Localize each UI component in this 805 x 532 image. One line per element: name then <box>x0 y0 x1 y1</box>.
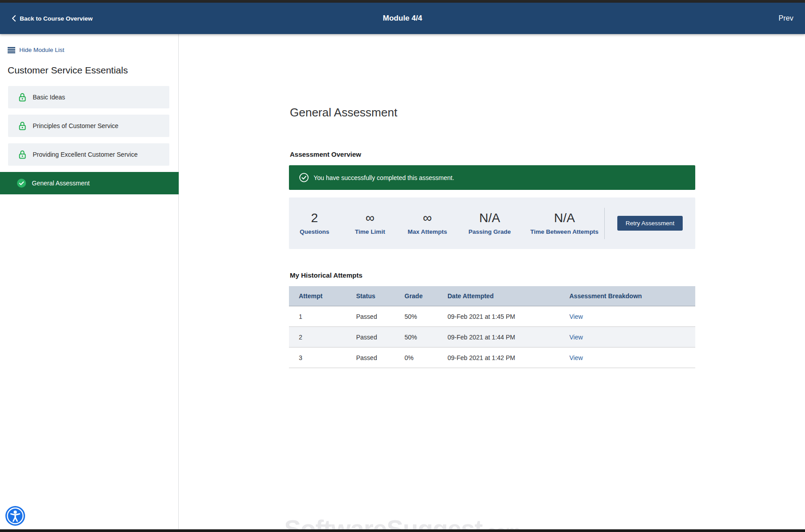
chevron-left-icon <box>12 15 16 21</box>
stat-label: Questions <box>289 228 340 235</box>
stat-label: Passing Grade <box>455 228 525 235</box>
module-item-label: Principles of Customer Service <box>33 122 118 129</box>
lock-open-icon <box>18 122 27 130</box>
column-header-status: Status <box>356 292 405 300</box>
assessment-stats-panel: 2 Questions ∞ Time Limit ∞ Max Attempts … <box>289 197 695 249</box>
stat-value: N/A <box>525 211 604 225</box>
hide-module-list-label: Hide Module List <box>19 47 65 53</box>
sidebar-item-principles[interactable]: Principles of Customer Service <box>8 115 169 137</box>
view-breakdown-link[interactable]: View <box>569 334 583 341</box>
stat-passing-grade: N/A Passing Grade <box>455 211 525 235</box>
table-row: 2 Passed 50% 09-Feb 2021 at 1:44 PM View <box>289 327 695 348</box>
course-title: Customer Service Essentials <box>8 65 178 76</box>
view-breakdown-link[interactable]: View <box>569 313 583 320</box>
stat-time-limit: ∞ Time Limit <box>340 211 400 235</box>
module-item-label: General Assessment <box>32 180 90 187</box>
accessibility-icon <box>5 506 26 526</box>
date-cell: 09-Feb 2021 at 1:45 PM <box>448 313 569 320</box>
stat-value: 2 <box>289 211 340 225</box>
check-circle-icon <box>17 179 26 188</box>
stat-value: ∞ <box>400 211 455 225</box>
view-breakdown-link[interactable]: View <box>569 354 583 361</box>
app-header: Back to Course Overview Module 4/4 Prev <box>0 3 805 34</box>
back-to-course-label: Back to Course Overview <box>20 15 93 22</box>
back-to-course-button[interactable]: Back to Course Overview <box>12 15 93 22</box>
stat-label: Time Limit <box>340 228 400 235</box>
grade-cell: 0% <box>405 354 448 361</box>
page-title: General Assessment <box>290 106 397 120</box>
column-header-assessment-breakdown: Assessment Breakdown <box>569 292 695 300</box>
attempts-table-header: Attempt Status Grade Date Attempted Asse… <box>289 286 695 306</box>
check-circle-outline-icon <box>299 173 309 182</box>
stat-label: Time Between Attempts <box>525 228 604 235</box>
stat-label: Max Attempts <box>400 228 455 235</box>
assessment-overview-heading: Assessment Overview <box>290 150 361 158</box>
window-bottom-strip <box>0 529 805 532</box>
success-banner-message: You have successfully completed this ass… <box>314 174 454 181</box>
stat-max-attempts: ∞ Max Attempts <box>400 211 455 235</box>
attempt-cell: 3 <box>289 354 356 361</box>
stat-value: ∞ <box>340 211 400 225</box>
stat-value: N/A <box>455 211 525 225</box>
status-cell: Passed <box>356 354 405 361</box>
attempts-table: Attempt Status Grade Date Attempted Asse… <box>289 286 695 368</box>
column-header-date-attempted: Date Attempted <box>448 292 569 300</box>
column-header-grade: Grade <box>405 292 448 300</box>
grade-cell: 50% <box>405 313 448 320</box>
module-item-label: Basic Ideas <box>33 94 65 101</box>
module-progress-title: Module 4/4 <box>383 14 422 23</box>
table-row: 3 Passed 0% 09-Feb 2021 at 1:42 PM View <box>289 348 695 368</box>
stat-questions: 2 Questions <box>289 211 340 235</box>
date-cell: 09-Feb 2021 at 1:44 PM <box>448 334 569 341</box>
module-item-label: Providing Excellent Customer Service <box>33 151 138 158</box>
main-content: General Assessment Assessment Overview Y… <box>179 34 805 529</box>
success-banner: You have successfully completed this ass… <box>289 165 695 190</box>
lock-open-icon <box>18 150 27 159</box>
status-cell: Passed <box>356 313 405 320</box>
column-header-attempt: Attempt <box>289 292 356 300</box>
stat-time-between-attempts: N/A Time Between Attempts <box>525 211 604 235</box>
sidebar-item-providing-excellent[interactable]: Providing Excellent Customer Service <box>8 143 169 166</box>
status-cell: Passed <box>356 334 405 341</box>
sidebar-item-basic-ideas[interactable]: Basic Ideas <box>8 86 169 108</box>
retry-assessment-button[interactable]: Retry Assessment <box>617 216 683 231</box>
lock-open-icon <box>18 93 27 102</box>
accessibility-widget-button[interactable] <box>5 506 26 526</box>
grade-cell: 50% <box>405 334 448 341</box>
hamburger-icon <box>8 47 15 53</box>
historical-attempts-heading: My Historical Attempts <box>290 271 362 279</box>
table-row: 1 Passed 50% 09-Feb 2021 at 1:45 PM View <box>289 306 695 327</box>
sidebar-item-general-assessment[interactable]: General Assessment <box>0 172 179 194</box>
hide-module-list-toggle[interactable]: Hide Module List <box>8 47 178 53</box>
date-cell: 09-Feb 2021 at 1:42 PM <box>448 354 569 361</box>
module-sidebar: Hide Module List Customer Service Essent… <box>0 34 179 529</box>
module-list: Basic Ideas Principles of Customer Servi… <box>0 86 178 194</box>
retry-button-area: Retry Assessment <box>605 216 695 231</box>
attempt-cell: 1 <box>289 313 356 320</box>
prev-module-button[interactable]: Prev <box>779 14 793 22</box>
attempt-cell: 2 <box>289 334 356 341</box>
